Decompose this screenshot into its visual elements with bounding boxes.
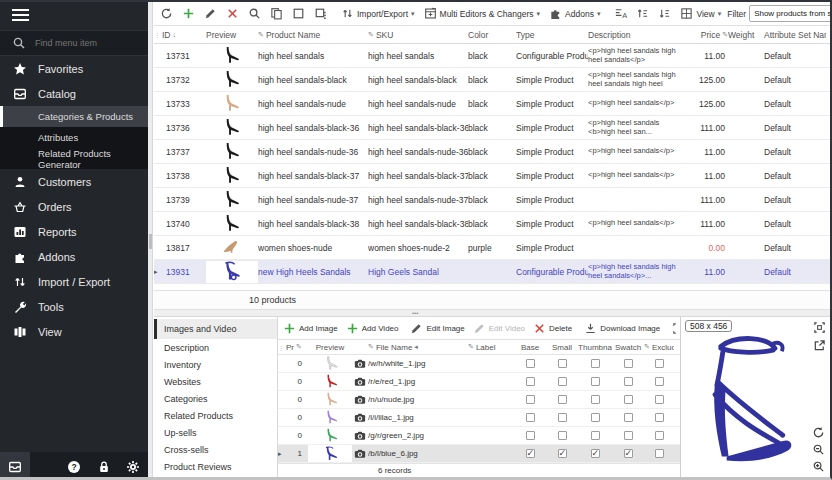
exclude-checkbox[interactable] [655,449,664,458]
cell-swatch[interactable] [612,449,644,458]
swatch-checkbox-checked[interactable] [624,449,633,458]
collapse-rows-button[interactable] [655,5,674,22]
fit-screen-icon[interactable] [813,321,826,334]
cell-thumbnail[interactable] [578,377,612,386]
cell-price[interactable]: 11.00 [684,51,728,61]
cell-file-name[interactable]: /r/e/red_1.jpg [368,377,468,386]
download-image-button[interactable]: Download Image [581,320,663,337]
product-row-selected[interactable]: ▸ 13931 new High Heels Sandals High Geel… [154,260,830,284]
swatch-checkbox[interactable] [624,413,633,422]
tab-images-and-video[interactable]: Images and Video [154,319,277,339]
tab-related-products[interactable]: Related Products [154,407,277,424]
small-checkbox[interactable] [558,413,567,422]
product-row[interactable]: 13738 high heel sandals-black-37 high he… [154,164,830,188]
image-row-selected[interactable]: ▸ 1 /b/l/blue_6.jpg [278,445,680,463]
sidebar-item-import-export[interactable]: Import / Export [0,269,148,294]
sidebar-item-orders[interactable]: Orders [0,194,148,219]
swatch-checkbox[interactable] [624,377,633,386]
exclude-checkbox[interactable] [655,359,664,368]
thumbnail-checkbox[interactable] [591,359,600,368]
cell-product-name[interactable]: women shoes-nude [258,243,368,253]
open-external-icon[interactable] [813,339,826,352]
column-header-thumbnail[interactable]: Thumbna [578,343,612,352]
cell-thumbnail[interactable] [578,359,612,368]
column-header-preview[interactable]: Preview [206,30,258,40]
view-menu[interactable]: View▾ [677,5,724,22]
product-row[interactable]: 13737 high heel sandals-nude-36 high hee… [154,140,830,164]
column-header-preview[interactable]: Preview [308,343,352,352]
multi-editors-menu[interactable]: Multi Editors & Changers▾ [421,5,544,22]
cell-sku[interactable]: high heel sandals-nude [368,99,468,109]
cell-position[interactable]: 0 [286,413,308,422]
cell-sku[interactable]: high heel sandals-black-36 [368,123,468,133]
search-products-button[interactable] [245,5,264,22]
exclude-checkbox[interactable] [655,413,664,422]
cell-price[interactable]: 11.00 [684,171,728,181]
cell-product-name[interactable]: high heel sandals-nude-37 [258,195,368,205]
cell-description[interactable]: <p>high heel sandals <b>high heel san... [588,119,684,136]
image-row[interactable]: 0 /r/e/red_1.jpg [278,373,680,391]
edit-image-button[interactable]: Edit Image [407,320,467,337]
cell-sku[interactable]: high heel sandals-black-38 [368,219,468,229]
cell-price[interactable]: 111.00 [684,123,728,133]
import-export-menu[interactable]: Import/Export▾ [338,5,418,22]
cell-description[interactable]: <p>high heel sandals high heel sandals</… [588,263,684,280]
base-checkbox[interactable] [526,413,535,422]
thumbnail-checkbox-checked[interactable] [591,449,600,458]
cell-small[interactable] [546,359,578,368]
cell-base[interactable] [514,359,546,368]
add-video-button[interactable]: Add Video [343,320,402,337]
cell-sku[interactable]: high heel sandals-nude-37 [368,195,468,205]
column-header-label[interactable]: ✎Label [468,343,514,352]
cell-price[interactable]: 125.00 [684,75,728,85]
thumbnail-checkbox[interactable] [591,431,600,440]
exclude-checkbox[interactable] [655,377,664,386]
cell-description[interactable]: <p>high heel sandals</p> [588,99,684,108]
cell-sku[interactable]: high heel sandals [368,51,468,61]
expand-rows-button[interactable] [633,5,652,22]
base-checkbox[interactable] [526,395,535,404]
sidebar-item-view[interactable]: View [0,319,148,344]
base-checkbox[interactable] [526,359,535,368]
sidebar-item-addons[interactable]: Addons [0,244,148,269]
cell-exclude[interactable] [644,359,674,368]
thumbnail-checkbox[interactable] [591,395,600,404]
column-header-file-name[interactable]: ✎File Name◂ [368,343,468,352]
column-header-base[interactable]: Base [514,343,546,352]
rotate-icon[interactable] [812,426,825,439]
tab-cross-sells[interactable]: Cross-sells [154,441,277,458]
store-manager-button[interactable] [0,452,30,480]
tab-categories[interactable]: Categories [154,390,277,407]
cell-swatch[interactable] [612,359,644,368]
image-row[interactable]: 0 /w/h/white_1.jpg [278,355,680,373]
product-row[interactable]: 13732 high heel sandals-black high heel … [154,68,830,92]
base-checkbox[interactable] [526,431,535,440]
column-header-position[interactable]: Pr✎ [286,343,308,352]
cell-description[interactable]: <p>high heel sandals</p> [588,171,684,180]
image-row[interactable]: 0 /g/r/green_2.jpg [278,427,680,445]
refresh-button[interactable] [157,5,176,22]
product-row[interactable]: 13731 high heel sandals high heel sandal… [154,44,830,68]
cell-thumbnail[interactable] [578,413,612,422]
cell-sku[interactable]: high heel sandals-black [368,75,468,85]
cell-price[interactable]: 0.00 [684,243,728,253]
column-header-description[interactable]: Description [588,30,684,40]
cell-small[interactable] [546,395,578,404]
tab-description[interactable]: Description [154,339,277,356]
cell-small[interactable] [546,377,578,386]
sidebar-item-favorites[interactable]: Favorites [0,56,148,81]
cell-file-name[interactable]: /n/u/nude.jpg [368,395,468,404]
delete-product-button[interactable] [223,5,242,22]
auto-column-width-button[interactable]: A [611,5,630,22]
help-button[interactable]: ? [59,452,89,480]
cell-product-name[interactable]: high heel sandals-black [258,75,368,85]
small-checkbox[interactable] [558,431,567,440]
cell-price[interactable]: 125.00 [684,99,728,109]
cell-position[interactable]: 0 [286,395,308,404]
cell-small[interactable] [546,431,578,440]
add-image-button[interactable]: Add Image [280,320,341,337]
category-filter-select[interactable]: Show products from selected categories▾ [749,5,832,22]
thumbnail-checkbox[interactable] [591,413,600,422]
column-header-color[interactable]: Color [468,30,516,40]
cell-description[interactable]: <p>high heel sandals high heel sandals h… [588,71,684,88]
